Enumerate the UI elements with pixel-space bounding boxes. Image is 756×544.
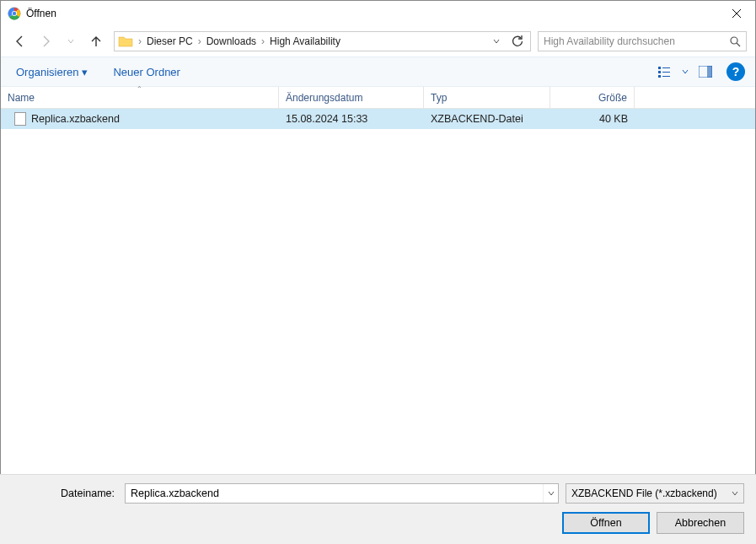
refresh-button[interactable]: [505, 35, 530, 47]
breadcrumb-dropdown[interactable]: [488, 38, 505, 45]
svg-point-2: [13, 12, 16, 15]
folder-icon: [118, 34, 133, 49]
breadcrumb[interactable]: › Dieser PC › Downloads › High Availabil…: [114, 31, 531, 51]
forward-button[interactable]: [35, 30, 56, 52]
crumb-downloads[interactable]: Downloads: [203, 35, 260, 47]
chevron-right-icon[interactable]: ›: [196, 35, 203, 47]
file-name: Replica.xzbackend: [31, 113, 120, 125]
svg-rect-9: [662, 76, 670, 77]
open-button[interactable]: Öffnen: [562, 512, 650, 534]
sort-indicator-icon: ⌃: [137, 85, 142, 93]
file-icon: [14, 112, 26, 126]
chevron-down-icon: [732, 490, 738, 497]
filename-input[interactable]: [126, 484, 543, 503]
file-list[interactable]: Replica.xzbackend 15.08.2024 15:33 XZBAC…: [1, 109, 755, 471]
title-bar: Öffnen: [1, 1, 755, 26]
file-type-filter[interactable]: XZBACKEND File (*.xzbackend): [566, 483, 744, 504]
cancel-button[interactable]: Abbrechen: [657, 512, 744, 534]
filename-dropdown[interactable]: [543, 484, 558, 503]
chevron-right-icon[interactable]: ›: [137, 35, 143, 47]
svg-rect-5: [662, 67, 670, 68]
close-button[interactable]: [717, 1, 755, 26]
file-type: XZBACKEND-Datei: [424, 113, 550, 125]
view-dropdown[interactable]: [679, 61, 691, 83]
file-date: 15.08.2024 15:33: [279, 113, 424, 125]
app-icon: [8, 7, 21, 20]
toolbar: Organisieren ▾ Neuer Ordner ?: [1, 57, 755, 87]
dialog-footer: Dateiname: XZBACKEND File (*.xzbackend) …: [0, 474, 756, 544]
filename-field-wrap: [125, 483, 559, 504]
back-button[interactable]: [9, 30, 31, 52]
column-date[interactable]: Änderungsdatum: [279, 87, 424, 108]
recent-dropdown[interactable]: [60, 30, 82, 52]
organize-menu[interactable]: Organisieren ▾: [11, 62, 93, 82]
file-row[interactable]: Replica.xzbackend 15.08.2024 15:33 XZBAC…: [1, 109, 755, 129]
crumb-pc[interactable]: Dieser PC: [143, 35, 196, 47]
nav-bar: › Dieser PC › Downloads › High Availabil…: [1, 26, 755, 57]
file-size: 40 KB: [550, 113, 635, 125]
search-box[interactable]: [538, 31, 747, 51]
filename-label: Dateiname:: [12, 487, 118, 499]
column-size[interactable]: Größe: [550, 87, 635, 108]
svg-rect-7: [662, 72, 670, 73]
crumb-current[interactable]: High Availability: [266, 35, 344, 47]
column-headers: Name ⌃ Änderungsdatum Typ Größe: [1, 87, 755, 109]
preview-pane-button[interactable]: [694, 61, 716, 83]
up-button[interactable]: [85, 30, 107, 52]
help-button[interactable]: ?: [727, 62, 745, 81]
column-type[interactable]: Typ: [424, 87, 550, 108]
search-input[interactable]: [544, 35, 730, 47]
chevron-right-icon[interactable]: ›: [260, 35, 266, 47]
svg-point-3: [731, 37, 737, 44]
svg-rect-8: [658, 75, 661, 78]
svg-rect-11: [707, 66, 712, 78]
chevron-down-icon: ▾: [82, 66, 88, 78]
window-title: Öffnen: [26, 8, 717, 19]
view-options-button[interactable]: [654, 61, 676, 83]
svg-rect-4: [658, 67, 661, 69]
search-icon[interactable]: [730, 36, 741, 47]
column-name[interactable]: Name ⌃: [1, 87, 279, 108]
new-folder-button[interactable]: Neuer Ordner: [108, 62, 185, 82]
svg-rect-6: [658, 71, 661, 73]
